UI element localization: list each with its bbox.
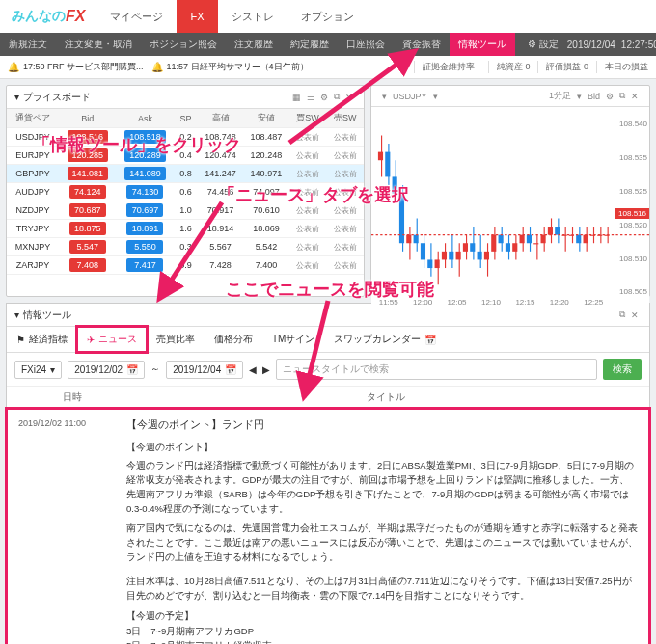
price-col[interactable]: 売SW <box>326 109 364 128</box>
ask-button[interactable]: 108.518 <box>124 130 166 144</box>
ask-button[interactable]: 141.089 <box>124 167 166 180</box>
price-col[interactable]: 安値 <box>243 109 288 128</box>
bid-button[interactable]: 7.408 <box>69 258 106 272</box>
bid-button[interactable]: 74.124 <box>69 185 106 199</box>
settings-icon[interactable]: ⚙ <box>317 93 331 102</box>
price-row[interactable]: MXNJPY5.5475.5500.35.5675.542公表前公表前 <box>7 238 364 256</box>
tab-buy-sell-ratio[interactable]: 売買比率 <box>147 327 205 352</box>
pair: GBPJPY <box>7 165 59 183</box>
chart-tf-select[interactable]: 1分足 <box>546 90 574 102</box>
nav-position[interactable]: ポジション照会 <box>141 38 226 51</box>
tab-systrade[interactable]: シストレ <box>218 0 287 33</box>
price-row[interactable]: GBPJPY141.081141.0890.8141.247140.971公表前… <box>7 165 364 183</box>
tab-fx[interactable]: FX <box>177 0 217 33</box>
ask-button[interactable]: 7.417 <box>126 258 163 272</box>
chevron-down-icon[interactable]: ▾ <box>574 92 585 101</box>
chevron-down-icon[interactable]: ▾ <box>14 309 19 320</box>
chevron-down-icon[interactable]: ▾ <box>14 92 19 102</box>
price-col[interactable]: 買SW <box>289 109 327 128</box>
bid-button[interactable]: 18.875 <box>69 222 106 235</box>
price-col[interactable]: 高値 <box>198 109 243 128</box>
tab-swap-calendar[interactable]: スワップカレンダー 📅 <box>324 327 446 352</box>
close-icon[interactable]: ✕ <box>628 310 642 320</box>
svg-rect-29 <box>478 252 482 260</box>
bell-icon: 🔔 <box>151 62 163 72</box>
price-row[interactable]: EURJPY120.285120.2890.4120.474120.248公表前… <box>7 147 364 165</box>
high: 5.567 <box>198 238 243 256</box>
nav-settings-label: 設定 <box>539 39 559 49</box>
nav-fund-transfer[interactable]: 資金振替 <box>394 38 450 51</box>
date-to[interactable]: 2019/12/04 📅 <box>166 361 243 379</box>
low: 18.869 <box>243 220 288 238</box>
popout-icon[interactable]: ⧉ <box>331 92 342 102</box>
prev-icon[interactable]: ◀ <box>249 364 257 375</box>
ticker-2[interactable]: 🔔 11:57 日経平均サマリー（4日午前） <box>151 61 309 73</box>
list-icon[interactable]: ☰ <box>304 93 317 102</box>
price-row[interactable]: NZDJPY70.68770.6971.070.91770.610公表前公表前 <box>7 201 364 220</box>
next-icon[interactable]: ▶ <box>262 364 270 375</box>
popout-icon[interactable]: ⧉ <box>616 309 628 320</box>
price-col[interactable]: 通貨ペア <box>7 109 59 128</box>
grid-icon[interactable]: ▦ <box>289 93 304 102</box>
chevron-down-icon[interactable]: ▾ <box>379 92 390 101</box>
tab-econ-indicator[interactable]: ⚑経済指標 <box>7 327 77 352</box>
high: 18.914 <box>198 220 243 238</box>
news-time: 2019/12/02 11:00 <box>18 416 115 430</box>
nav-order-history[interactable]: 注文履歴 <box>226 38 282 51</box>
search-button[interactable]: 検索 <box>603 359 642 380</box>
ask-button[interactable]: 120.289 <box>124 148 166 162</box>
nav-settings[interactable]: ⚙ 設定 <box>519 38 567 51</box>
pair: NZDJPY <box>7 201 59 220</box>
source-select[interactable]: FXi24 ▾ <box>14 361 62 379</box>
svg-rect-51 <box>555 227 560 235</box>
popout-icon[interactable]: ⧉ <box>616 91 628 101</box>
nav-new-order[interactable]: 新規注文 <box>0 38 56 51</box>
buy-swap: 公表前 <box>289 183 327 201</box>
close-icon[interactable]: ✕ <box>342 93 356 102</box>
close-icon[interactable]: ✕ <box>628 92 642 101</box>
price-row[interactable]: USDJPY108.516108.5180.2108.748108.487公表前… <box>7 128 364 147</box>
tab-mypage[interactable]: マイページ <box>96 0 177 33</box>
price-col[interactable]: Bid <box>59 109 117 128</box>
tab-option[interactable]: オプション <box>287 0 368 33</box>
chevron-down-icon[interactable]: ▾ <box>430 92 441 101</box>
chart-pair-select[interactable]: USDJPY <box>390 92 430 101</box>
news-article[interactable]: 2019/12/02 11:00 【今週のポイント】ランド円 【今週のポイント】… <box>7 409 649 644</box>
price-col[interactable]: Ask <box>117 109 175 128</box>
bid-button[interactable]: 5.547 <box>69 240 106 254</box>
svg-rect-19 <box>442 252 447 260</box>
price-row[interactable]: AUDJPY74.12474.1300.674.45674.097公表前公表前 <box>7 183 364 201</box>
nav-trade-history[interactable]: 約定履歴 <box>282 38 338 51</box>
bid-button[interactable]: 108.516 <box>68 130 109 144</box>
bid-button[interactable]: 141.081 <box>68 167 109 180</box>
ask-button[interactable]: 70.697 <box>126 203 163 217</box>
tab-news[interactable]: ✈ニュース <box>77 327 147 352</box>
pair: USDJPY <box>7 128 59 147</box>
ask-button[interactable]: 5.550 <box>126 240 163 254</box>
logo-text-2: FX <box>66 8 85 25</box>
spread: 1.6 <box>174 220 198 238</box>
high: 120.474 <box>198 147 243 165</box>
tab-tm-sign[interactable]: TMサイン <box>262 327 324 352</box>
calendar-icon: 📅 <box>126 364 138 375</box>
bid-button[interactable]: 120.285 <box>68 148 109 162</box>
ask-button[interactable]: 18.891 <box>126 222 163 235</box>
bid-button[interactable]: 70.687 <box>69 203 106 217</box>
svg-rect-31 <box>484 252 489 260</box>
ask-button[interactable]: 74.130 <box>126 185 163 199</box>
tab-price-dist[interactable]: 価格分布 <box>205 327 262 352</box>
price-row[interactable]: TRYJPY18.87518.8911.618.91418.869公表前公表前 <box>7 220 364 238</box>
search-input[interactable]: ニュースタイトルで検索 <box>276 359 597 380</box>
logo[interactable]: みんなの FX <box>0 8 96 25</box>
settings-icon[interactable]: ⚙ <box>603 92 616 101</box>
chart-area[interactable]: 108.540108.535108.525108.520108.510108.5… <box>371 107 649 309</box>
ticker-1[interactable]: 🔔 17:50 FRF サービス部門購買... <box>8 61 144 73</box>
nav-modify-cancel[interactable]: 注文変更・取消 <box>56 38 141 51</box>
secondary-nav: 新規注文 注文変更・取消 ポジション照会 注文履歴 約定履歴 口座照会 資金振替… <box>0 33 656 56</box>
price-col[interactable]: SP <box>174 109 198 128</box>
date-from[interactable]: 2019/12/02 📅 <box>68 361 145 379</box>
pair: TRYJPY <box>7 220 59 238</box>
price-row[interactable]: ZARJPY7.4087.4170.97.4287.400公表前公表前 <box>7 256 364 275</box>
nav-account[interactable]: 口座照会 <box>338 38 394 51</box>
nav-info-tool[interactable]: 情報ツール <box>450 33 515 56</box>
